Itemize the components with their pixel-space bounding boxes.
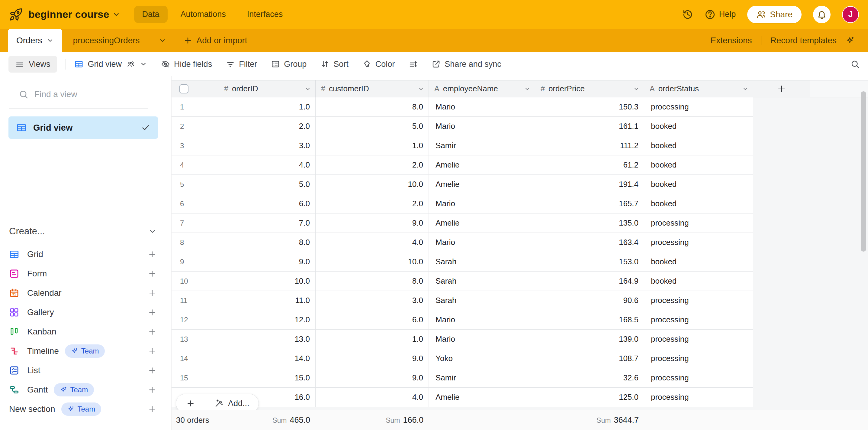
cell-customerid[interactable]: 2.0 bbox=[316, 155, 429, 174]
add-view-plus-icon[interactable] bbox=[148, 366, 157, 375]
column-header-customerid[interactable]: #customerID bbox=[316, 81, 429, 97]
cell-orderprice[interactable]: 191.4 bbox=[535, 175, 644, 194]
cell-orderstatus[interactable]: booked bbox=[644, 117, 753, 136]
cell-employeename[interactable]: Mario bbox=[429, 97, 535, 116]
cell-customerid[interactable]: 9.0 bbox=[316, 368, 429, 388]
cell-orderprice[interactable]: 61.2 bbox=[535, 155, 644, 174]
cell-employeename[interactable]: Mario bbox=[429, 310, 535, 329]
cell-customerid[interactable]: 1.0 bbox=[316, 329, 429, 349]
table-row[interactable]: 1 1.0 8.0 Mario 150.3 processing bbox=[172, 97, 753, 117]
tab-orders[interactable]: Orders bbox=[8, 29, 62, 52]
cell-orderstatus[interactable]: processing bbox=[644, 213, 753, 233]
cell-orderstatus[interactable]: processing bbox=[644, 310, 753, 329]
cell-customerid[interactable]: 3.0 bbox=[316, 291, 429, 310]
base-logo-rocket-icon[interactable] bbox=[9, 7, 23, 22]
cell-employeename[interactable]: Sarah bbox=[429, 252, 535, 271]
extensions-button[interactable]: Extensions bbox=[711, 36, 752, 45]
cell-orderstatus[interactable]: processing bbox=[644, 349, 753, 368]
cell-orderprice[interactable]: 90.6 bbox=[535, 291, 644, 310]
row-height-button[interactable] bbox=[409, 60, 418, 69]
group-button[interactable]: Group bbox=[271, 60, 307, 69]
cell-employeename[interactable]: Amelie bbox=[429, 388, 535, 407]
cell-orderid[interactable]: 3 3.0 bbox=[172, 136, 316, 155]
table-row[interactable]: 10 10.0 8.0 Sarah 164.9 booked bbox=[172, 271, 753, 291]
sort-button[interactable]: Sort bbox=[320, 60, 348, 69]
cell-orderid[interactable]: 8 8.0 bbox=[172, 233, 316, 252]
column-header-orderprice[interactable]: #orderPrice bbox=[535, 81, 644, 97]
cell-customerid[interactable]: 2.0 bbox=[316, 194, 429, 213]
cell-orderstatus[interactable]: processing bbox=[644, 233, 753, 252]
add-view-plus-icon[interactable] bbox=[148, 308, 157, 317]
create-item-grid[interactable]: Grid bbox=[0, 245, 171, 264]
table-row[interactable]: 6 6.0 2.0 Mario 165.7 booked bbox=[172, 194, 753, 213]
record-templates-button[interactable]: Record templates bbox=[770, 36, 837, 45]
cell-orderprice[interactable]: 165.7 bbox=[535, 194, 644, 213]
add-section-plus-icon[interactable] bbox=[148, 405, 157, 414]
cell-orderstatus[interactable]: processing bbox=[644, 388, 753, 407]
cell-orderstatus[interactable]: processing bbox=[644, 368, 753, 388]
table-row[interactable]: 15 15.0 9.0 Samir 32.6 processing bbox=[172, 368, 753, 388]
avatar[interactable]: J bbox=[842, 6, 859, 23]
cell-orderprice[interactable]: 32.6 bbox=[535, 368, 644, 388]
tab-data[interactable]: Data bbox=[134, 6, 167, 23]
create-item-gantt[interactable]: Gantt Team bbox=[0, 380, 171, 399]
hide-fields-button[interactable]: Hide fields bbox=[161, 60, 212, 69]
tab-orders-chevron-icon[interactable] bbox=[46, 37, 54, 44]
cell-employeename[interactable]: Samir bbox=[429, 368, 535, 388]
cell-employeename[interactable]: Amelie bbox=[429, 175, 535, 194]
cell-orderprice[interactable]: 125.0 bbox=[535, 388, 644, 407]
cell-orderprice[interactable]: 164.9 bbox=[535, 271, 644, 291]
base-title[interactable]: beginner course bbox=[28, 8, 109, 20]
cell-orderprice[interactable]: 139.0 bbox=[535, 329, 644, 349]
cell-customerid[interactable]: 5.0 bbox=[316, 117, 429, 136]
cell-customerid[interactable]: 4.0 bbox=[316, 388, 429, 407]
cell-orderstatus[interactable]: processing bbox=[644, 291, 753, 310]
share-button[interactable]: Share bbox=[747, 6, 802, 23]
cell-orderprice[interactable]: 163.4 bbox=[535, 233, 644, 252]
vertical-scrollbar-thumb[interactable] bbox=[861, 91, 866, 252]
filter-button[interactable]: Filter bbox=[226, 60, 257, 69]
field-chevron-icon[interactable] bbox=[418, 86, 424, 92]
create-item-list[interactable]: List bbox=[0, 361, 171, 380]
cell-orderprice[interactable]: 135.0 bbox=[535, 213, 644, 233]
cell-orderid[interactable]: 10 10.0 bbox=[172, 271, 316, 291]
sum-orderprice[interactable]: Sum 3644.7 bbox=[596, 415, 639, 425]
tab-automations[interactable]: Automations bbox=[173, 6, 234, 23]
cell-employeename[interactable]: Mario bbox=[429, 233, 535, 252]
notifications-button[interactable] bbox=[813, 6, 831, 23]
table-row[interactable]: 13 13.0 1.0 Mario 139.0 processing bbox=[172, 329, 753, 349]
cell-orderstatus[interactable]: booked bbox=[644, 252, 753, 271]
cell-employeename[interactable]: Amelie bbox=[429, 213, 535, 233]
cell-customerid[interactable]: 9.0 bbox=[316, 213, 429, 233]
cell-orderid[interactable]: 6 6.0 bbox=[172, 194, 316, 213]
table-row[interactable]: 16 16.0 4.0 Amelie 125.0 processing bbox=[172, 388, 753, 407]
cell-employeename[interactable]: Mario bbox=[429, 117, 535, 136]
field-chevron-icon[interactable] bbox=[633, 86, 640, 92]
table-row[interactable]: 14 14.0 9.0 Yoko 108.7 processing bbox=[172, 349, 753, 368]
create-item-kanban[interactable]: Kanban bbox=[0, 322, 171, 341]
table-row[interactable]: 12 12.0 6.0 Mario 168.5 processing bbox=[172, 310, 753, 329]
cell-customerid[interactable]: 9.0 bbox=[316, 349, 429, 368]
cell-orderid[interactable]: 5 5.0 bbox=[172, 175, 316, 194]
cell-employeename[interactable]: Mario bbox=[429, 329, 535, 349]
add-field-button[interactable] bbox=[753, 81, 810, 97]
sum-orderid[interactable]: Sum 465.0 bbox=[272, 415, 310, 425]
cell-employeename[interactable]: Sarah bbox=[429, 291, 535, 310]
cell-orderid[interactable]: 14 14.0 bbox=[172, 349, 316, 368]
help-button[interactable]: Help bbox=[705, 9, 736, 20]
create-section-header[interactable]: Create... bbox=[0, 226, 171, 237]
field-chevron-icon[interactable] bbox=[742, 86, 749, 92]
table-row[interactable]: 8 8.0 4.0 Mario 163.4 processing bbox=[172, 233, 753, 252]
table-row[interactable]: 11 11.0 3.0 Sarah 90.6 processing bbox=[172, 291, 753, 310]
column-header-employeename[interactable]: AemployeeName bbox=[429, 81, 535, 97]
cell-orderstatus[interactable]: booked bbox=[644, 271, 753, 291]
add-view-plus-icon[interactable] bbox=[148, 347, 157, 355]
cell-orderid[interactable]: 15 15.0 bbox=[172, 368, 316, 388]
cell-orderid[interactable]: 9 9.0 bbox=[172, 252, 316, 271]
create-item-gallery[interactable]: Gallery bbox=[0, 303, 171, 322]
tab-interfaces[interactable]: Interfaces bbox=[239, 6, 291, 23]
base-menu-chevron-down-icon[interactable] bbox=[112, 10, 120, 19]
cell-orderstatus[interactable]: booked bbox=[644, 194, 753, 213]
cell-customerid[interactable]: 10.0 bbox=[316, 175, 429, 194]
cell-orderid[interactable]: 13 13.0 bbox=[172, 329, 316, 349]
